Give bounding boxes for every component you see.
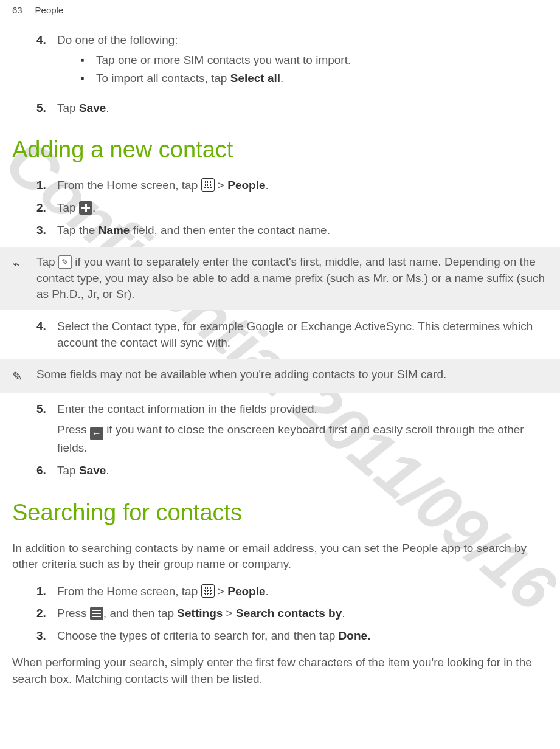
tip-box-sim: ✎ Some fields may not be available when … xyxy=(0,359,560,393)
page-number: 63 xyxy=(12,5,22,15)
bullet-mark: ▪ xyxy=(80,52,96,69)
plus-icon xyxy=(79,201,92,215)
adding-step-6: 6. Tap Save. xyxy=(36,463,548,479)
bullet-mark: ▪ xyxy=(80,71,96,87)
bullet-text: To import all contacts, tap Select all. xyxy=(96,71,283,87)
section-name: People xyxy=(35,5,64,15)
searching-intro: In addition to searching contacts by nam… xyxy=(12,540,548,573)
step-text: Do one of the following: xyxy=(57,33,178,46)
step-number: 6. xyxy=(36,463,57,479)
lightbulb-icon: ⌁ xyxy=(12,257,19,271)
apps-icon xyxy=(201,178,215,192)
searching-step-1: 1. From the Home screen, tap > People. xyxy=(36,584,548,600)
back-icon xyxy=(90,427,103,440)
step-number: 4. xyxy=(36,319,57,351)
step-number: 3. xyxy=(36,223,57,239)
step-number: 1. xyxy=(36,178,57,194)
bullet-text: Tap one or more SIM contacts you want to… xyxy=(96,52,351,69)
step-5: 5. Tap Save. xyxy=(36,100,548,117)
step-4: 4. Do one of the following: ▪ Tap one or… xyxy=(36,32,548,94)
searching-step-2: 2. Press , and then tap Settings > Searc… xyxy=(36,606,548,622)
adding-step-1: 1. From the Home screen, tap > People. xyxy=(36,178,548,194)
step-number: 3. xyxy=(36,628,57,644)
pen-icon: ✎ xyxy=(12,370,22,383)
tip-box-name: ⌁ Tap if you want to separately enter th… xyxy=(0,247,560,310)
adding-step-5: 5. Enter the contact information in the … xyxy=(36,401,548,457)
step-number: 5. xyxy=(36,401,57,457)
searching-step-3: 3. Choose the types of criteria to searc… xyxy=(36,628,548,644)
searching-outro: When performing your search, simply ente… xyxy=(12,655,548,687)
bullet-item: ▪ Tap one or more SIM contacts you want … xyxy=(80,52,548,69)
step-number: 4. xyxy=(36,32,57,94)
apps-icon xyxy=(201,584,215,598)
heading-adding: Adding a new contact xyxy=(12,137,548,163)
heading-searching: Searching for contacts xyxy=(12,500,548,526)
step-number: 5. xyxy=(36,100,57,117)
adding-step-3: 3. Tap the Name field, and then enter th… xyxy=(36,223,548,239)
adding-step-2: 2. Tap . xyxy=(36,200,548,216)
step-number: 2. xyxy=(36,200,57,216)
step-number: 1. xyxy=(36,584,57,600)
edit-icon xyxy=(58,255,72,269)
menu-icon xyxy=(90,607,103,620)
step-number: 2. xyxy=(36,606,57,622)
page-header: 63 People xyxy=(0,0,560,26)
bullet-item: ▪ To import all contacts, tap Select all… xyxy=(80,71,548,87)
adding-step-4: 4. Select the Contact type, for example … xyxy=(36,319,548,351)
